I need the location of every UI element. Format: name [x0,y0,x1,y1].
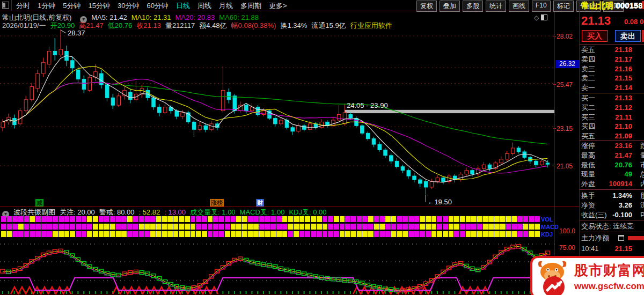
band-block [18,224,24,230]
pane-divider [0,206,580,207]
band-block [1,216,6,222]
quote-panel: 常山北明 000158 21.13 0.08 0.38% 买入 卖出 卖五21.… [580,0,644,295]
price-axis-label: 28.02 [557,33,579,40]
band-block [511,224,517,230]
band-block [328,224,333,230]
toolbar-button[interactable]: 统计 [486,1,506,12]
band-block [236,216,241,222]
stat-row: 外盘100914内 [580,179,644,189]
band-block [248,216,253,222]
band-block [420,216,425,222]
band-block [219,231,224,237]
band-block [317,224,322,230]
band-block [374,231,379,237]
band-block [391,231,397,237]
band-block [144,216,150,222]
event-badge[interactable]: 涨榜 [210,199,224,206]
toolbar-button[interactable]: 画线 [509,1,529,12]
band-block [24,224,30,230]
band-block [1,224,6,230]
band-block [53,231,58,237]
price-change: 0.08 [624,18,638,26]
list-icon[interactable] [618,235,624,241]
band-block [385,224,391,230]
period-item[interactable]: 60分钟 [147,1,168,11]
band-block [41,231,47,237]
band-block [466,224,471,230]
panel-stock-code: 000158 [616,1,642,10]
band-block [500,231,506,237]
buy-button[interactable]: 买入 [582,30,608,42]
text-segment: MACD叉: 1.00 [240,208,285,216]
order-book-row: 卖三21.16 [580,64,644,74]
band-block [121,231,127,237]
band-block [408,216,414,222]
band-block [500,216,506,222]
band-block [357,224,362,230]
period-item[interactable]: 30分钟 [118,1,139,11]
band-block [231,231,236,237]
band-block [488,224,494,230]
band-block [523,224,529,230]
band-block [288,224,293,230]
band-block [517,224,523,230]
band-block [351,231,356,237]
band-block [328,231,333,237]
band-block [47,224,53,230]
period-item[interactable]: 1分钟 [38,1,55,11]
band-block [248,231,253,237]
period-item[interactable]: 周线 [197,1,211,11]
period-item[interactable]: 分时 [16,1,30,11]
band-block [494,224,500,230]
svg-text:←19.50: ←19.50 [427,198,452,206]
band-block [397,231,402,237]
band-block [253,231,259,237]
band-block [276,231,282,237]
band-block [379,216,385,222]
toolbar-underline [0,11,644,11]
band-block [162,216,167,222]
sell-button[interactable]: 卖出 [615,30,641,42]
period-item[interactable]: 日线 [176,1,190,11]
band-block [12,231,18,237]
osc-axis-label: 75.00 [559,244,575,252]
toolbar-button[interactable]: 复权 [416,1,437,12]
band-block [426,224,431,230]
period-item[interactable]: 更多> [269,1,287,11]
toolbar-button[interactable]: 叠加 [440,1,460,12]
band-block [357,216,362,222]
band-block [511,231,517,237]
band-block [253,216,259,222]
layout-toggle-icon[interactable] [2,2,9,9]
band-block [58,224,64,230]
band-block [402,231,408,237]
band-block [460,224,465,230]
panel-border [579,0,580,295]
period-item[interactable]: 15分钟 [88,1,109,11]
period-item[interactable]: 5分钟 [63,1,80,11]
band-block [368,216,374,222]
band-row-vol [1,216,540,222]
price-axis-label: 21.05 [557,163,579,170]
band-block [420,231,425,237]
toolbar-button[interactable]: F10 [532,1,551,12]
period-item[interactable]: 月线 [219,1,233,11]
text-segment: 波段共振副图 [13,208,55,216]
band-block [70,224,75,230]
band-block [121,224,127,230]
main-candlestick-chart[interactable]: 28.37←19.5024.05 - 23.90 [0,12,555,206]
band-block [259,216,265,222]
event-badge[interactable]: 减 [35,199,43,206]
band-block [208,216,213,222]
period-item[interactable]: 多周期 [240,1,261,11]
band-block [477,224,482,230]
toolbar-button[interactable]: 标记 [553,1,574,12]
kdj-oscillator-chart[interactable] [0,238,555,295]
event-badge[interactable]: 财 [256,199,264,206]
band-block [391,224,397,230]
band-block [64,216,70,222]
order-book-row: 卖一21.14 [580,83,644,93]
band-block [121,216,127,222]
toolbar-button[interactable]: 多股 [463,1,483,12]
osc-axis-label: 100.0 [559,227,575,235]
